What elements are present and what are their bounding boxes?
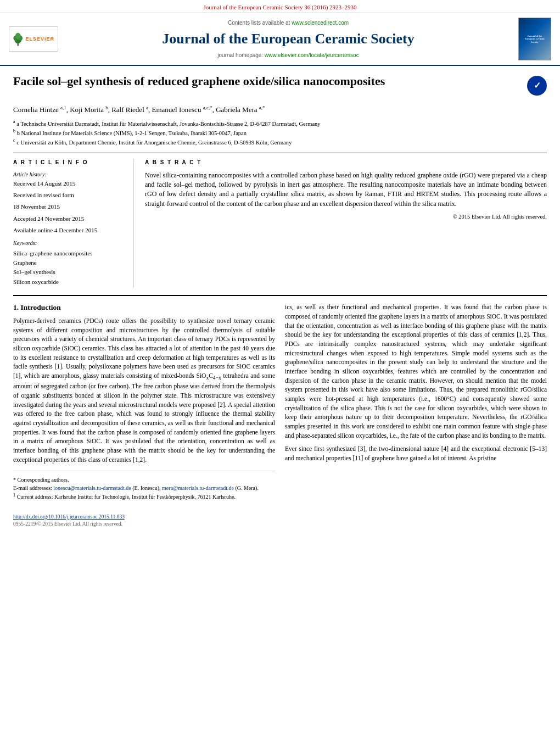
footnote-corresponding: * Corresponding authors.: [13, 476, 275, 484]
journal-header: ELSEVIER Contents lists available at www…: [0, 13, 560, 66]
homepage-link[interactable]: www.elsevier.com/locate/jeurceramsoc: [265, 52, 359, 58]
journal-header-center: Contents lists available at www.scienced…: [64, 19, 513, 59]
abstract-text: Novel silica-containing nanocomposites w…: [145, 171, 547, 209]
email-ionescu-link[interactable]: ionescu@materials.tu-darmstadt.de: [53, 485, 131, 491]
accepted-date: Accepted 24 November 2015: [13, 215, 126, 223]
article-info-column: A R T I C L E I N F O Article history: R…: [13, 159, 134, 288]
article-info-heading: A R T I C L E I N F O: [13, 159, 126, 166]
journal-citation-text: Journal of the European Ceramic Society …: [203, 4, 356, 10]
affiliations-section: a a Technische Universität Darmstadt, In…: [13, 119, 547, 147]
revised-label: Received in revised form: [13, 191, 126, 199]
doi-link[interactable]: http://dx.doi.org/10.1016/j.jeurceramsoc…: [13, 514, 125, 520]
article-title-section: Facile sol–gel synthesis of reduced grap…: [13, 74, 547, 100]
article-meta-row: A R T I C L E I N F O Article history: R…: [13, 153, 547, 288]
section1-paragraph2-right: ics, as well as their functional and mec…: [285, 303, 547, 440]
footnote-section: * Corresponding authors. E-mail addresse…: [13, 471, 275, 501]
and-word: and: [285, 455, 294, 461]
affil-c: c c Universität zu Köln, Department Chem…: [13, 137, 547, 147]
doi-line: http://dx.doi.org/10.1016/j.jeurceramsoc…: [13, 514, 547, 521]
elsevier-logo: ELSEVIER: [9, 26, 58, 52]
body-left-column: 1. Introduction Polymer-derived ceramics…: [13, 303, 275, 501]
keyword-2: Graphene: [13, 259, 126, 267]
contents-available-text: Contents lists available at www.scienced…: [64, 19, 513, 27]
crossmark-icon: ✓: [527, 76, 547, 96]
paper-body: Facile sol–gel synthesis of reduced grap…: [0, 66, 560, 509]
sciencedirect-link[interactable]: www.sciencedirect.com: [292, 20, 349, 26]
abstract-heading: A B S T R A C T: [145, 159, 547, 166]
section1-heading: 1. Introduction: [13, 303, 275, 313]
available-date: Available online 4 December 2015: [13, 226, 126, 235]
revised-date: 18 November 2015: [13, 203, 126, 211]
journal-citation-bar: Journal of the European Ceramic Society …: [0, 0, 560, 13]
section1-paragraph3-right: Ever since first synthesized [3], the tw…: [285, 444, 547, 462]
article-title: Facile sol–gel synthesis of reduced grap…: [13, 74, 522, 89]
received-date: Received 14 August 2015: [13, 180, 126, 188]
history-label: Article history:: [13, 171, 126, 178]
body-two-col: 1. Introduction Polymer-derived ceramics…: [13, 295, 547, 501]
crossmark-badge: ✓: [527, 76, 547, 96]
email-mera-link[interactable]: mera@materials.tu-darmstadt.de: [162, 485, 234, 491]
keyword-1: Silica–graphene nanocomposites: [13, 249, 126, 258]
section1-paragraph1: Polymer-derived ceramics (PDCs) route of…: [13, 316, 275, 464]
journal-cover-image: Journal of the European Ceramic Society: [518, 18, 551, 60]
page-footer: http://dx.doi.org/10.1016/j.jeurceramsoc…: [0, 514, 560, 528]
keyword-3: Sol–gel synthesis: [13, 268, 126, 276]
journal-title: Journal of the European Ceramic Society: [64, 29, 513, 49]
copyright-line: © 2015 Elsevier Ltd. All rights reserved…: [145, 213, 547, 221]
footnote-current-address: 1 Current address: Karlsruhe Institut fü…: [13, 492, 275, 501]
journal-homepage-text: journal homepage: www.elsevier.com/locat…: [64, 52, 513, 59]
footnote-emails: E-mail addresses: ionescu@materials.tu-d…: [13, 484, 275, 492]
elsevier-wordmark: ELSEVIER: [25, 36, 54, 43]
keywords-label: Keywords:: [13, 239, 126, 247]
issn-line: 0955-2219/© 2015 Elsevier Ltd. All right…: [13, 521, 547, 528]
keywords-list: Silica–graphene nanocomposites Graphene …: [13, 249, 126, 287]
affil-b: b b National Institute for Materials Sci…: [13, 128, 547, 137]
authors-line: Cornelia Hintze a,1, Koji Morita b, Ralf…: [13, 104, 547, 115]
abstract-column: A B S T R A C T Novel silica-containing …: [145, 159, 547, 288]
svg-point-4: [15, 33, 21, 39]
affil-a: a a Technische Universität Darmstadt, In…: [13, 119, 547, 128]
body-right-column: ics, as well as their functional and mec…: [285, 303, 547, 501]
keyword-4: Silicon oxycarbide: [13, 278, 126, 286]
elsevier-tree-icon: [13, 29, 23, 49]
